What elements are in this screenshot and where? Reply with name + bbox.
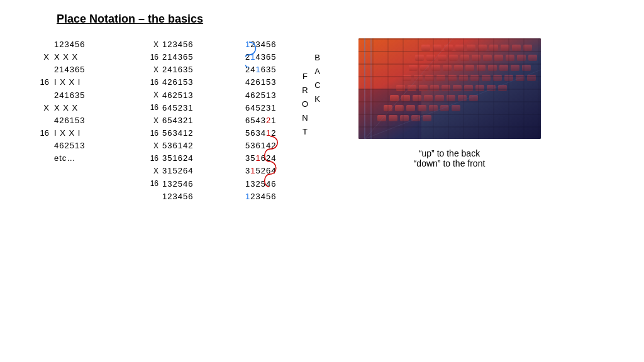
svg-rect-41 bbox=[482, 75, 491, 81]
svg-rect-53 bbox=[475, 85, 484, 91]
col3-wrapper: 123456 214365 241635 426153 462513 64523… bbox=[245, 38, 321, 203]
col2-row-8: X 536142 bbox=[145, 140, 214, 152]
front-f: F bbox=[303, 70, 308, 84]
col1-value-6: 426153 bbox=[54, 114, 85, 127]
svg-rect-44 bbox=[516, 75, 525, 81]
svg-rect-71 bbox=[377, 115, 386, 121]
col2-label-10: X bbox=[145, 165, 158, 177]
page-title: Place Notation – the basics bbox=[57, 13, 625, 26]
svg-rect-50 bbox=[441, 85, 450, 91]
svg-rect-74 bbox=[411, 115, 420, 121]
col1-row-10: etc… bbox=[31, 152, 113, 165]
col1-row-1: X X X X bbox=[31, 51, 113, 63]
svg-rect-70 bbox=[452, 105, 460, 111]
col1-label-5: X bbox=[31, 102, 49, 114]
content-area: 123456 X X X X 214365 16 I X X I 241635 … bbox=[19, 38, 625, 203]
svg-rect-17 bbox=[472, 55, 480, 61]
caption-up: “up” to the back bbox=[419, 148, 480, 158]
col2-value-9: 351624 bbox=[162, 152, 193, 165]
col2-label-11: 16 bbox=[145, 178, 158, 190]
svg-rect-25 bbox=[431, 65, 440, 71]
svg-rect-58 bbox=[413, 95, 421, 101]
svg-rect-27 bbox=[454, 65, 463, 71]
svg-rect-61 bbox=[447, 95, 455, 101]
col1-row-0: 123456 bbox=[31, 38, 113, 51]
col1-value-2: 214365 bbox=[54, 63, 85, 76]
svg-rect-3 bbox=[433, 45, 441, 51]
svg-rect-72 bbox=[389, 115, 397, 121]
svg-rect-5 bbox=[455, 45, 464, 51]
col1-row-8: 462513 bbox=[31, 140, 113, 152]
back-k: K bbox=[314, 92, 320, 106]
col2-value-5: 645231 bbox=[162, 102, 193, 114]
front-r: R bbox=[302, 84, 308, 97]
col3-row-12: 123456 bbox=[245, 190, 296, 203]
svg-rect-23 bbox=[409, 65, 418, 71]
svg-rect-21 bbox=[517, 55, 526, 61]
svg-rect-65 bbox=[395, 105, 404, 111]
caption-down: “down” to the front bbox=[414, 158, 486, 168]
svg-rect-67 bbox=[418, 105, 426, 111]
col1-notation: 123456 X X X X 214365 16 I X X I 241635 … bbox=[31, 38, 113, 165]
col2-row-4: X 462513 bbox=[145, 89, 214, 102]
col2-row-0: X 123456 bbox=[145, 38, 214, 51]
col2-label-8: X bbox=[145, 140, 158, 152]
col2-label-1: 16 bbox=[145, 52, 158, 63]
svg-rect-47 bbox=[408, 85, 416, 91]
back-b: B bbox=[314, 51, 320, 65]
svg-rect-1 bbox=[358, 89, 421, 139]
front-t: T bbox=[303, 125, 308, 139]
svg-rect-69 bbox=[440, 105, 449, 111]
svg-rect-33 bbox=[522, 65, 531, 71]
col1-value-5: X X X bbox=[54, 102, 78, 114]
svg-rect-62 bbox=[458, 95, 467, 101]
front-n: N bbox=[302, 111, 308, 125]
svg-rect-57 bbox=[401, 95, 410, 101]
col2-row-5: 16 645231 bbox=[145, 102, 214, 114]
theater-image bbox=[358, 38, 541, 139]
svg-rect-9 bbox=[501, 45, 509, 51]
svg-rect-6 bbox=[467, 45, 475, 51]
col2-label-7: 16 bbox=[145, 128, 158, 140]
svg-rect-32 bbox=[511, 65, 519, 71]
col2-label-9: 16 bbox=[145, 153, 158, 165]
col1-label-7: 16 bbox=[31, 127, 49, 140]
col3-row-5: 645231 bbox=[245, 102, 296, 114]
image-area: “up” to the back “down” to the front bbox=[358, 38, 541, 168]
svg-rect-48 bbox=[419, 85, 428, 91]
col2-label-6: X bbox=[145, 115, 158, 127]
svg-rect-18 bbox=[483, 55, 492, 61]
back-a: A bbox=[314, 65, 320, 79]
svg-rect-39 bbox=[459, 75, 468, 81]
svg-rect-7 bbox=[478, 45, 487, 51]
col2-label-4: X bbox=[145, 89, 158, 101]
col1-row-7: 16 I X X I bbox=[31, 127, 113, 140]
col3-row-0: 123456 bbox=[245, 38, 296, 51]
svg-rect-34 bbox=[402, 75, 411, 81]
svg-rect-66 bbox=[406, 105, 415, 111]
svg-rect-15 bbox=[449, 55, 458, 61]
front-o: O bbox=[302, 97, 308, 111]
col2-value-3: 426153 bbox=[162, 76, 193, 89]
col1-value-1: X X X bbox=[54, 51, 78, 63]
col2-label-3: 16 bbox=[145, 77, 158, 89]
svg-rect-10 bbox=[512, 45, 521, 51]
svg-rect-37 bbox=[436, 75, 445, 81]
col1-row-5: X X X X bbox=[31, 102, 113, 114]
svg-line-78 bbox=[365, 38, 453, 139]
col2-row-1: 16 214365 bbox=[145, 51, 214, 63]
col1-value-3: I X X I bbox=[54, 76, 80, 89]
svg-rect-60 bbox=[435, 95, 444, 101]
col2-row-2: X 241635 bbox=[145, 63, 214, 76]
col3-row-6: 654321 bbox=[245, 114, 296, 127]
col1-value-4: 241635 bbox=[54, 89, 85, 102]
col2-value-11: 132546 bbox=[162, 178, 193, 190]
svg-rect-68 bbox=[429, 105, 438, 111]
col2-row-6: X 654321 bbox=[145, 114, 214, 127]
svg-rect-51 bbox=[453, 85, 462, 91]
svg-rect-20 bbox=[506, 55, 514, 61]
col2-value-2: 241635 bbox=[162, 63, 193, 76]
col2-row-3: 16 426153 bbox=[145, 76, 214, 89]
svg-rect-35 bbox=[414, 75, 423, 81]
back-c: C bbox=[314, 79, 320, 92]
